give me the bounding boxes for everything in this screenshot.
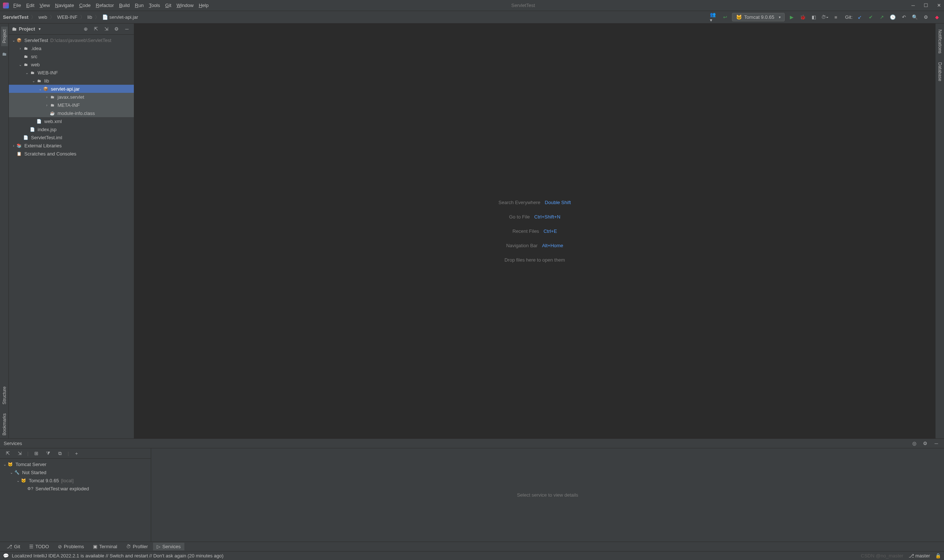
stop-icon[interactable]: ■ xyxy=(832,13,840,22)
maximize-icon[interactable]: ☐ xyxy=(924,3,928,8)
tree-arrow-icon[interactable]: ⌄ xyxy=(9,471,14,474)
git-pull-icon[interactable]: ↙ xyxy=(856,13,864,22)
back-arrow-icon[interactable]: ↩ xyxy=(721,13,729,22)
structure-tool-tab[interactable]: Structure xyxy=(1,383,8,408)
collapse-icon[interactable]: ⇲ xyxy=(15,449,23,458)
bottom-tab-todo[interactable]: ☰TODO xyxy=(25,543,53,551)
tree-item[interactable]: ☕module-info.class xyxy=(9,109,134,117)
database-tool-tab[interactable]: Database xyxy=(936,59,943,84)
breadcrumb[interactable]: ServletTest〉web〉WEB-INF〉lib〉📄 servlet-ap… xyxy=(3,14,138,21)
tree-arrow-icon[interactable]: › xyxy=(11,144,16,148)
tree-item[interactable]: ⌄📦servlet-api.jar xyxy=(9,85,134,93)
tree-item[interactable]: ›🖿.idea xyxy=(9,44,134,52)
breadcrumb-item[interactable]: ServletTest xyxy=(3,14,28,20)
run-configuration-selector[interactable]: 🐱 Tomcat 9.0.65 xyxy=(732,13,785,22)
view-mode-icon[interactable]: ⧉ xyxy=(56,449,64,458)
tree-arrow-icon[interactable]: › xyxy=(44,95,49,99)
project-tool-tab[interactable]: Project xyxy=(1,26,8,46)
bottom-tab-problems[interactable]: ⊘Problems xyxy=(54,543,88,551)
tree-arrow-icon[interactable]: ⌄ xyxy=(24,71,29,75)
tree-arrow-icon[interactable]: › xyxy=(18,46,23,51)
menu-build[interactable]: Build xyxy=(119,3,130,8)
git-branch[interactable]: ⎇ master xyxy=(909,553,930,558)
debug-icon[interactable]: 🐞 xyxy=(799,13,807,22)
hide-panel-icon[interactable]: ─ xyxy=(123,25,131,33)
git-commit-icon[interactable]: ✔ xyxy=(867,13,875,22)
tree-arrow-icon[interactable]: ⌄ xyxy=(15,478,21,483)
tree-arrow-icon[interactable]: ⌄ xyxy=(18,63,23,67)
breadcrumb-item[interactable]: WEB-INF xyxy=(57,14,77,20)
services-settings-icon[interactable]: ⚙ xyxy=(921,440,929,448)
tree-item[interactable]: 📄index.jsp xyxy=(9,125,134,133)
tree-item[interactable]: ›🖿META-INF xyxy=(9,101,134,109)
menu-file[interactable]: File xyxy=(13,3,21,8)
services-hide-icon[interactable]: ─ xyxy=(932,440,940,448)
settings-icon[interactable]: ⚙ xyxy=(922,13,930,22)
tree-item[interactable]: 📄ServletTest.iml xyxy=(9,133,134,142)
project-panel: 🖿Project▾ ⊕ ⇱ ⇲ ⚙ ─ ⌄📦ServletTestD:\clas… xyxy=(9,23,134,438)
tree-arrow-icon[interactable]: ⌄ xyxy=(2,462,8,466)
tree-item[interactable]: ⌄🖿WEB-INF xyxy=(9,69,134,77)
close-icon[interactable]: ✕ xyxy=(937,3,941,8)
service-item[interactable]: ⌄🐱Tomcat 9.0.65[local] xyxy=(0,476,151,485)
breadcrumb-item[interactable]: 📄 servlet-api.jar xyxy=(102,14,138,20)
profiler-run-icon[interactable]: ⏱▾ xyxy=(821,13,829,22)
select-opened-file-icon[interactable]: ⊕ xyxy=(82,25,89,33)
run-icon[interactable]: ▶ xyxy=(788,13,796,22)
tree-item[interactable]: 📋Scratches and Consoles xyxy=(9,149,134,158)
tree-arrow-icon[interactable]: ⌄ xyxy=(31,79,36,83)
service-item[interactable]: ⚙?ServletTest:war exploded xyxy=(0,485,151,492)
coverage-icon[interactable]: ◧ xyxy=(810,13,818,22)
search-icon[interactable]: 🔍 xyxy=(911,13,919,22)
menu-view[interactable]: View xyxy=(39,3,50,8)
status-message[interactable]: Localized IntelliJ IDEA 2022.2.1 is avai… xyxy=(12,553,224,558)
bottom-tab-services[interactable]: ▷Services xyxy=(153,543,184,551)
tree-item[interactable]: ⌄📦ServletTestD:\class\javaweb\ServletTes… xyxy=(9,36,134,44)
minimize-icon[interactable]: ─ xyxy=(912,3,915,8)
bottom-tab-terminal[interactable]: ▣Terminal xyxy=(89,543,121,551)
menu-navigate[interactable]: Navigate xyxy=(55,3,74,8)
status-event-icon[interactable]: 💬 xyxy=(3,553,9,558)
service-item[interactable]: ⌄🔧Not Started xyxy=(0,468,151,476)
git-history-icon[interactable]: 🕓 xyxy=(889,13,897,22)
collapse-all-icon[interactable]: ⇲ xyxy=(102,25,110,33)
tree-arrow-icon[interactable]: ⌄ xyxy=(38,87,43,91)
tree-arrow-icon[interactable]: ⌄ xyxy=(11,38,16,42)
tree-item[interactable]: ⌄🖿lib xyxy=(9,77,134,85)
notifications-tool-tab[interactable]: Notifications xyxy=(936,26,943,56)
breadcrumb-separator: 〉 xyxy=(31,14,36,21)
menu-code[interactable]: Code xyxy=(79,3,91,8)
project-panel-title[interactable]: 🖿Project▾ xyxy=(12,26,40,32)
menu-refactor[interactable]: Refactor xyxy=(96,3,114,8)
tree-arrow-icon[interactable]: › xyxy=(44,103,49,107)
breadcrumb-item[interactable]: lib xyxy=(87,14,92,20)
filter-icon[interactable]: ⧩ xyxy=(44,449,52,458)
bottom-tab-profiler[interactable]: ⏱Profiler xyxy=(122,543,151,551)
lib-icon: 📚 xyxy=(16,143,22,148)
tree-item[interactable]: ›🖿javax.servlet xyxy=(9,93,134,101)
add-service-icon[interactable]: ＋ xyxy=(72,449,81,458)
breadcrumb-item[interactable]: web xyxy=(39,14,47,20)
users-icon[interactable]: 👥▾ xyxy=(710,13,718,22)
editor-area[interactable]: Search EverywhereDouble ShiftGo to FileC… xyxy=(134,23,935,438)
expand-icon[interactable]: ⇱ xyxy=(4,449,12,458)
panel-settings-icon[interactable]: ⚙ xyxy=(113,25,120,33)
tree-item[interactable]: 🖿src xyxy=(9,52,134,60)
tree-item[interactable]: ⌄🖿web xyxy=(9,60,134,69)
service-item[interactable]: ⌄🐱Tomcat Server xyxy=(0,460,151,468)
tree-label: ServletTest xyxy=(24,38,48,43)
bookmarks-tool-tab[interactable]: Bookmarks xyxy=(1,411,8,438)
git-rollback-icon[interactable]: ↶ xyxy=(900,13,908,22)
project-tree[interactable]: ⌄📦ServletTestD:\class\javaweb\ServletTes… xyxy=(9,35,134,438)
services-locate-icon[interactable]: ◎ xyxy=(910,440,918,448)
folder-icon[interactable]: 🖿 xyxy=(2,51,7,57)
tree-item[interactable]: ›📚External Libraries xyxy=(9,142,134,149)
menu-edit[interactable]: Edit xyxy=(26,3,34,8)
expand-all-icon[interactable]: ⇱ xyxy=(92,25,100,33)
git-push-icon[interactable]: ↗ xyxy=(878,13,886,22)
tree-item[interactable]: 📄web.xml xyxy=(9,117,134,125)
lock-icon[interactable]: 🔒 xyxy=(935,553,941,558)
services-tree[interactable]: ⌄🐱Tomcat Server⌄🔧Not Started⌄🐱Tomcat 9.0… xyxy=(0,459,151,542)
bottom-tab-git[interactable]: ⎇Git xyxy=(3,543,24,551)
group-icon[interactable]: ⊞ xyxy=(32,449,40,458)
